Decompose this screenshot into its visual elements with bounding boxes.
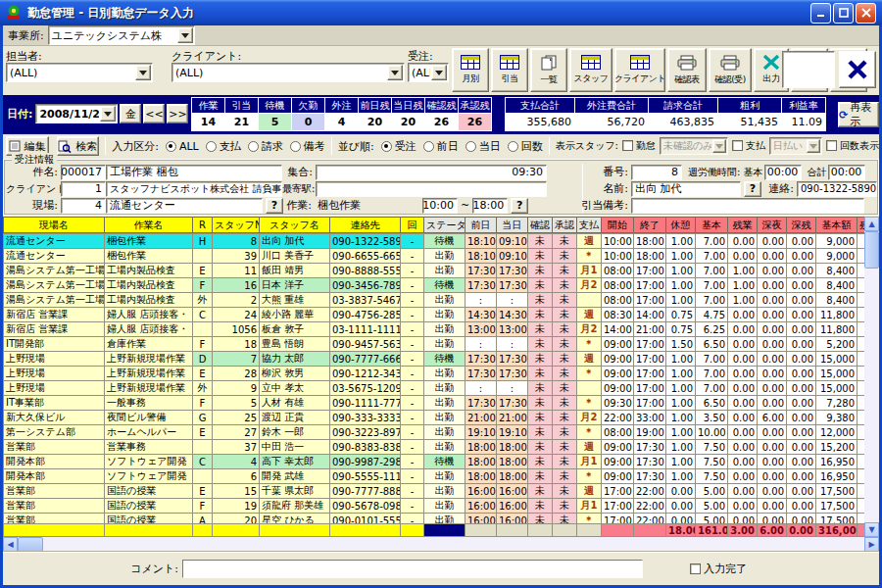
kintai-checkbox[interactable]: 勤怠 (622, 139, 656, 153)
chevron-down-icon[interactable] (431, 65, 447, 80)
renraku-field[interactable]: 090-1322-5890 (797, 181, 877, 197)
column-header[interactable]: 開始 (602, 218, 634, 233)
prev-day-button[interactable]: << (143, 104, 165, 123)
vertical-scroll-thumb[interactable] (864, 231, 879, 269)
kaisu-checkbox[interactable]: 回数表示 (826, 139, 879, 153)
done-checkbox[interactable]: 入力完了 (690, 562, 747, 576)
sort-radio-juchu[interactable]: 受注 (381, 139, 416, 154)
chevron-down-icon[interactable] (387, 65, 403, 80)
time-help-button[interactable]: ? (511, 198, 528, 214)
namae-help-button[interactable]: ? (744, 181, 761, 197)
toolbar-button-confirm-sheet[interactable]: 確認表 (667, 48, 707, 92)
office-select[interactable]: ユニテックシステム株 (48, 25, 195, 45)
table-row[interactable]: 第一システム部ホームヘルパーE27鈴木 一郎090-3223-8976-出勤19… (4, 425, 865, 440)
table-row[interactable]: 新宿店 営業課婦人服 店頭接客・C24綾小路 麗華090-4756-2856-出… (4, 308, 865, 322)
toolbar-button-monthly[interactable]: 月別 (452, 48, 489, 92)
table-row[interactable]: 開発本部ソフトウェア開発C4高下 幸太郎090-9987-2987-待機18:0… (4, 455, 865, 469)
table-row[interactable]: 上野現場上野新規現場作業E28柳沢 敦男090-1212-3434-出勤17:3… (4, 367, 865, 381)
exit-button[interactable] (839, 51, 876, 88)
maximize-button[interactable] (833, 3, 854, 24)
input-kbn-radio-all[interactable]: ALL (166, 140, 199, 153)
refresh-button[interactable]: ⟳ 再表示 (838, 102, 879, 127)
client-no-field[interactable]: 1 (61, 181, 106, 197)
date-select[interactable]: 2008/11/28 (35, 104, 118, 123)
column-header[interactable]: ステータス (424, 218, 466, 233)
column-header[interactable]: 支払 (577, 218, 602, 233)
table-row[interactable]: 湯島システム第一工場工場内製品検査外2大熊 重雄03-3837-5467-出勤:… (4, 293, 865, 308)
column-header[interactable]: 深残 (787, 218, 816, 233)
sort-radio-count[interactable]: 回数 (508, 139, 543, 154)
table-row[interactable]: IT事業部一般事務F5人材 有雄090-1111-7777-出勤17:3017:… (4, 396, 865, 411)
kenmei-name-field[interactable]: 工場作業 梱包 (106, 165, 282, 180)
kenmei-no-field[interactable]: 10000017 (61, 165, 106, 180)
client-select[interactable]: (ALL) (172, 63, 405, 82)
column-header[interactable]: スタッフ名 (260, 218, 330, 233)
column-header[interactable]: 作業名 (105, 218, 193, 233)
pay-filter-select[interactable]: 日払い (769, 137, 822, 155)
table-row[interactable]: 流通センター梱包作業39川口 美香子090-6655-6655-出勤18:100… (4, 249, 865, 264)
input-kbn-radio-pay[interactable]: 支払 (206, 139, 241, 154)
genba-name-field[interactable]: 流通センター (106, 198, 263, 214)
table-row[interactable]: 上野現場上野新規現場作業外9立中 孝太03-5675-1209-出勤::未未09… (4, 381, 865, 396)
column-header[interactable]: 終了 (634, 218, 666, 233)
comment-input[interactable] (182, 560, 643, 578)
chevron-down-icon[interactable] (100, 106, 116, 122)
input-kbn-radio-invoice[interactable]: 請求 (248, 139, 283, 154)
table-row[interactable]: 営業部国語の授業A20星空 ひかる090-0101-5555-出勤16:0016… (4, 514, 865, 524)
search-button[interactable]: 検索 (57, 136, 100, 156)
client-name-field[interactable]: スタッフナビスポット株式会社 請負事業 (106, 181, 282, 197)
table-row[interactable]: 新宿店 営業課婦人服 店頭接客・1056板倉 敦子03-1111-1111-出勤… (4, 322, 865, 337)
moyori-field[interactable] (316, 181, 547, 197)
genba-no-field[interactable]: 4 (61, 198, 106, 214)
time-to-field[interactable]: 18:00 (472, 198, 508, 214)
kintai-filter-select[interactable]: 未確認のみ (660, 137, 728, 155)
horizontal-scrollbar[interactable]: ◀ ▶ (3, 537, 879, 552)
hikiate-field[interactable] (631, 198, 864, 214)
column-header[interactable]: 連絡先 (330, 218, 401, 233)
table-row[interactable]: 湯島システム第一工場工場内製品検査F16日本 洋子090-3456-7890-待… (4, 278, 865, 293)
weekday-button[interactable]: 金 (120, 104, 141, 123)
bango-field[interactable]: 8 (631, 165, 682, 180)
next-day-button[interactable]: >> (167, 104, 188, 123)
column-header[interactable]: 承認 (553, 218, 577, 233)
column-header[interactable]: 休憩 (666, 218, 696, 233)
sort-radio-prev-day[interactable]: 前日 (423, 139, 459, 154)
gokei-field[interactable]: 00:00 (828, 165, 865, 180)
toolbar-button-confirm-receive[interactable]: 確認(受) (709, 48, 752, 92)
column-header[interactable]: R (193, 218, 213, 233)
chevron-down-icon[interactable] (807, 139, 820, 153)
column-header[interactable]: 回 (401, 218, 424, 233)
juchu-select[interactable]: (ALL) (408, 63, 449, 82)
column-header[interactable]: スタッフNo. (213, 218, 260, 233)
horizontal-scroll-thumb[interactable] (18, 537, 43, 552)
column-header[interactable]: 現場名 (4, 218, 105, 233)
table-row[interactable]: 開発本部ソフトウェア開発6開発 武雄090-5555-1111-出勤18:001… (4, 469, 865, 484)
input-kbn-radio-note[interactable]: 備考 (290, 139, 325, 154)
table-row[interactable]: 営業部国語の授業E15千葉 県太郎090-7777-8888-出勤16:0016… (4, 484, 865, 499)
sort-radio-today[interactable]: 当日 (466, 139, 501, 154)
table-row[interactable]: 営業部国語の授業F19須龍府 那美雄090-5678-0987-出勤16:001… (4, 499, 865, 514)
close-button[interactable] (856, 3, 876, 24)
table-row[interactable]: 新大久保ビル夜間ビル警備G25渡辺 正貴090-333-3333-出勤21:00… (4, 411, 865, 425)
toolbar-button-client[interactable]: クライアント (614, 48, 665, 92)
toolbar-button-staff[interactable]: スタッフ (569, 48, 612, 92)
table-row[interactable]: 営業部営業事務37中田 浩一090-8383-8383-出勤18:0018:00… (4, 440, 865, 455)
time-from-field[interactable]: 10:00 (422, 198, 458, 214)
column-header[interactable]: 基本額 (816, 218, 858, 233)
genba-help-button[interactable]: ? (266, 198, 283, 214)
minimize-button[interactable] (810, 3, 831, 24)
chevron-down-icon[interactable] (135, 65, 151, 80)
shugo-field[interactable]: 09:30 (316, 165, 547, 180)
column-header[interactable]: 深夜 (758, 218, 787, 233)
toolbar-button-list[interactable]: 一覧 (530, 48, 567, 92)
vertical-scrollbar[interactable]: ▲ ▼ (864, 217, 879, 537)
column-header[interactable]: 基本 (696, 218, 728, 233)
namae-field[interactable]: 出向 加代 (631, 181, 741, 197)
column-header[interactable]: 確認 (528, 218, 553, 233)
kihon-field[interactable]: 00:00 (764, 165, 802, 180)
tanto-select[interactable]: (ALL) (6, 63, 153, 82)
scroll-up-icon[interactable]: ▲ (864, 217, 879, 231)
pay-checkbox[interactable]: 支払 (732, 139, 765, 153)
column-header[interactable]: 前日 (466, 218, 497, 233)
scroll-left-icon[interactable]: ◀ (3, 537, 18, 552)
